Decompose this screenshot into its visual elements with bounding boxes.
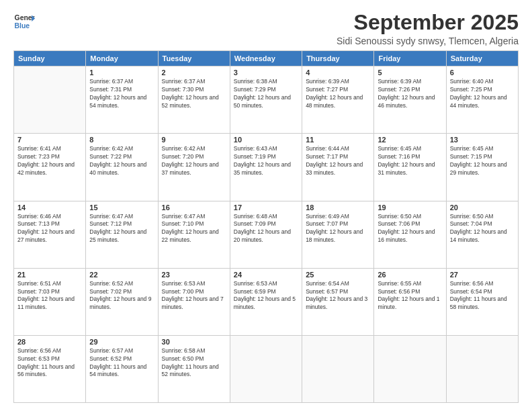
day-info: Sunrise: 6:56 AMSunset: 6:53 PMDaylight:… <box>17 347 82 379</box>
day-info: Sunrise: 6:44 AMSunset: 7:17 PMDaylight:… <box>306 145 370 177</box>
week-row-4: 28Sunrise: 6:56 AMSunset: 6:53 PMDayligh… <box>14 335 519 402</box>
calendar-cell <box>446 335 518 402</box>
calendar-cell: 24Sunrise: 6:53 AMSunset: 6:59 PMDayligh… <box>230 268 302 335</box>
day-number: 12 <box>378 136 442 144</box>
location-title: Sidi Senoussi sydy snwsy, Tlemcen, Alger… <box>337 36 519 46</box>
day-number: 24 <box>234 271 298 279</box>
logo: General Blue <box>13 11 35 32</box>
weekday-header-sunday: Sunday <box>14 51 86 66</box>
day-number: 25 <box>306 271 370 279</box>
calendar-cell: 8Sunrise: 6:42 AMSunset: 7:22 PMDaylight… <box>86 134 158 201</box>
day-number: 27 <box>450 271 515 279</box>
calendar-cell: 2Sunrise: 6:37 AMSunset: 7:30 PMDaylight… <box>158 66 230 134</box>
day-info: Sunrise: 6:37 AMSunset: 7:30 PMDaylight:… <box>162 78 226 110</box>
calendar-cell: 4Sunrise: 6:39 AMSunset: 7:27 PMDaylight… <box>302 66 374 134</box>
calendar-cell: 10Sunrise: 6:43 AMSunset: 7:19 PMDayligh… <box>230 134 302 201</box>
calendar-cell: 26Sunrise: 6:55 AMSunset: 6:56 PMDayligh… <box>374 268 446 335</box>
day-info: Sunrise: 6:39 AMSunset: 7:27 PMDaylight:… <box>306 78 370 110</box>
calendar-cell: 12Sunrise: 6:45 AMSunset: 7:16 PMDayligh… <box>374 134 446 201</box>
day-number: 18 <box>306 203 370 212</box>
calendar-cell: 1Sunrise: 6:37 AMSunset: 7:31 PMDaylight… <box>86 66 158 134</box>
weekday-header-row: SundayMondayTuesdayWednesdayThursdayFrid… <box>14 51 519 66</box>
calendar-cell <box>302 335 374 402</box>
weekday-header-thursday: Thursday <box>302 51 374 66</box>
day-info: Sunrise: 6:55 AMSunset: 6:56 PMDaylight:… <box>378 280 442 312</box>
day-number: 7 <box>17 136 82 144</box>
calendar-cell: 5Sunrise: 6:39 AMSunset: 7:26 PMDaylight… <box>374 66 446 134</box>
week-row-3: 21Sunrise: 6:51 AMSunset: 7:03 PMDayligh… <box>14 268 519 335</box>
calendar-cell: 27Sunrise: 6:56 AMSunset: 6:54 PMDayligh… <box>446 268 518 335</box>
week-row-2: 14Sunrise: 6:46 AMSunset: 7:13 PMDayligh… <box>14 201 519 268</box>
calendar-cell: 23Sunrise: 6:53 AMSunset: 7:00 PMDayligh… <box>158 268 230 335</box>
calendar-cell <box>374 335 446 402</box>
calendar-cell: 9Sunrise: 6:42 AMSunset: 7:20 PMDaylight… <box>158 134 230 201</box>
day-number: 29 <box>89 338 154 346</box>
calendar-table: SundayMondayTuesdayWednesdayThursdayFrid… <box>13 50 519 403</box>
calendar-cell: 25Sunrise: 6:54 AMSunset: 6:57 PMDayligh… <box>302 268 374 335</box>
day-info: Sunrise: 6:47 AMSunset: 7:12 PMDaylight:… <box>89 213 154 245</box>
day-info: Sunrise: 6:42 AMSunset: 7:20 PMDaylight:… <box>162 145 226 177</box>
day-number: 1 <box>89 68 154 77</box>
weekday-header-monday: Monday <box>86 51 158 66</box>
day-number: 5 <box>378 68 442 77</box>
day-info: Sunrise: 6:41 AMSunset: 7:23 PMDaylight:… <box>17 145 82 177</box>
day-info: Sunrise: 6:54 AMSunset: 6:57 PMDaylight:… <box>306 280 370 312</box>
weekday-header-tuesday: Tuesday <box>158 51 230 66</box>
day-number: 9 <box>162 136 226 144</box>
svg-text:Blue: Blue <box>15 22 30 30</box>
day-number: 14 <box>17 203 82 212</box>
day-info: Sunrise: 6:58 AMSunset: 6:50 PMDaylight:… <box>162 347 226 379</box>
day-info: Sunrise: 6:37 AMSunset: 7:31 PMDaylight:… <box>89 78 154 110</box>
day-number: 8 <box>89 136 154 144</box>
day-info: Sunrise: 6:49 AMSunset: 7:07 PMDaylight:… <box>306 213 370 245</box>
header: General Blue September 2025 Sidi Senouss… <box>13 11 519 46</box>
day-number: 21 <box>17 271 82 279</box>
calendar-cell: 28Sunrise: 6:56 AMSunset: 6:53 PMDayligh… <box>14 335 86 402</box>
calendar-cell: 3Sunrise: 6:38 AMSunset: 7:29 PMDaylight… <box>230 66 302 134</box>
day-number: 17 <box>234 203 298 212</box>
calendar-cell: 14Sunrise: 6:46 AMSunset: 7:13 PMDayligh… <box>14 201 86 268</box>
day-info: Sunrise: 6:45 AMSunset: 7:16 PMDaylight:… <box>378 145 442 177</box>
day-info: Sunrise: 6:48 AMSunset: 7:09 PMDaylight:… <box>234 213 298 245</box>
day-number: 26 <box>378 271 442 279</box>
day-number: 15 <box>89 203 154 212</box>
day-number: 30 <box>162 338 226 346</box>
day-info: Sunrise: 6:50 AMSunset: 7:06 PMDaylight:… <box>378 213 442 245</box>
day-number: 19 <box>378 203 442 212</box>
day-number: 11 <box>306 136 370 144</box>
calendar-cell <box>14 66 86 134</box>
title-block: September 2025 Sidi Senoussi sydy snwsy,… <box>337 11 519 46</box>
calendar-cell: 16Sunrise: 6:47 AMSunset: 7:10 PMDayligh… <box>158 201 230 268</box>
day-info: Sunrise: 6:53 AMSunset: 7:00 PMDaylight:… <box>162 280 226 312</box>
day-number: 28 <box>17 338 82 346</box>
day-number: 3 <box>234 68 298 77</box>
day-info: Sunrise: 6:40 AMSunset: 7:25 PMDaylight:… <box>450 78 515 110</box>
day-number: 20 <box>450 203 515 212</box>
weekday-header-friday: Friday <box>374 51 446 66</box>
day-number: 23 <box>162 271 226 279</box>
day-info: Sunrise: 6:53 AMSunset: 6:59 PMDaylight:… <box>234 280 298 312</box>
day-info: Sunrise: 6:46 AMSunset: 7:13 PMDaylight:… <box>17 213 82 245</box>
day-info: Sunrise: 6:42 AMSunset: 7:22 PMDaylight:… <box>89 145 154 177</box>
weekday-header-saturday: Saturday <box>446 51 518 66</box>
calendar-cell: 19Sunrise: 6:50 AMSunset: 7:06 PMDayligh… <box>374 201 446 268</box>
calendar-cell: 29Sunrise: 6:57 AMSunset: 6:52 PMDayligh… <box>86 335 158 402</box>
day-info: Sunrise: 6:45 AMSunset: 7:15 PMDaylight:… <box>450 145 515 177</box>
calendar-cell: 30Sunrise: 6:58 AMSunset: 6:50 PMDayligh… <box>158 335 230 402</box>
day-number: 2 <box>162 68 226 77</box>
day-number: 13 <box>450 136 515 144</box>
weekday-header-wednesday: Wednesday <box>230 51 302 66</box>
day-info: Sunrise: 6:52 AMSunset: 7:02 PMDaylight:… <box>89 280 154 312</box>
day-number: 22 <box>89 271 154 279</box>
calendar-cell: 18Sunrise: 6:49 AMSunset: 7:07 PMDayligh… <box>302 201 374 268</box>
calendar-cell: 15Sunrise: 6:47 AMSunset: 7:12 PMDayligh… <box>86 201 158 268</box>
day-number: 16 <box>162 203 226 212</box>
calendar-cell <box>230 335 302 402</box>
day-number: 10 <box>234 136 298 144</box>
week-row-1: 7Sunrise: 6:41 AMSunset: 7:23 PMDaylight… <box>14 134 519 201</box>
calendar-cell: 21Sunrise: 6:51 AMSunset: 7:03 PMDayligh… <box>14 268 86 335</box>
day-info: Sunrise: 6:56 AMSunset: 6:54 PMDaylight:… <box>450 280 515 312</box>
calendar-cell: 7Sunrise: 6:41 AMSunset: 7:23 PMDaylight… <box>14 134 86 201</box>
day-number: 4 <box>306 68 370 77</box>
day-info: Sunrise: 6:43 AMSunset: 7:19 PMDaylight:… <box>234 145 298 177</box>
